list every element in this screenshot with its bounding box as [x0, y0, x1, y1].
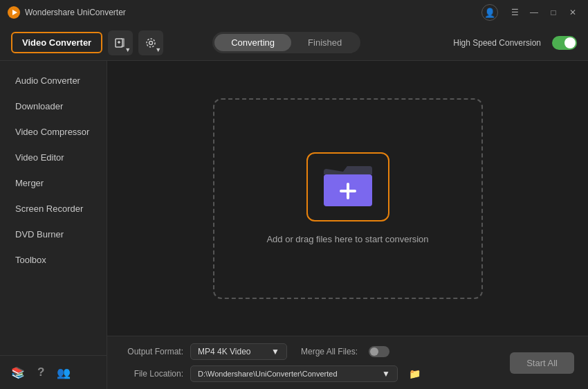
tab-group: Converting Finished [212, 32, 360, 53]
output-format-value: MP4 4K Video [198, 347, 251, 356]
sidebar-item-toolbox[interactable]: Toolbox [3, 248, 104, 272]
minimize-button[interactable]: — [526, 4, 542, 21]
help-icon[interactable]: ? [37, 365, 44, 379]
app-logo-icon [7, 6, 21, 19]
location-chevron-icon: ▼ [382, 369, 390, 379]
drop-zone[interactable]: Add or drag files here to start conversi… [213, 98, 483, 299]
library-icon[interactable]: 📚 [11, 366, 25, 379]
add-file-button[interactable]: ▼ [108, 30, 133, 55]
high-speed-toggle[interactable] [552, 36, 577, 50]
title-bar: Wondershare UniConverter 👤 ☰ — □ ✕ [0, 0, 588, 25]
sidebar-bottom: 📚 ? 👥 [0, 355, 107, 389]
sidebar-item-dvd-burner[interactable]: DVD Burner [3, 222, 104, 246]
file-location-label: File Location: [121, 369, 183, 379]
bottom-rows-left: Output Format: MP4 4K Video ▼ Merge All … [121, 343, 496, 382]
app-title: Wondershare UniConverter [25, 8, 126, 17]
add-files-folder-button[interactable] [306, 152, 389, 221]
merge-files-toggle[interactable] [369, 346, 389, 357]
file-location-value: D:\Wondershare\UniConverter\Converted [198, 370, 338, 378]
merge-files-label: Merge All Files: [301, 347, 358, 356]
settings-button[interactable]: ▼ [138, 30, 163, 55]
sidebar: Audio Converter Downloader Video Compres… [0, 61, 107, 389]
bottom-bar: Output Format: MP4 4K Video ▼ Merge All … [107, 336, 588, 389]
content-area: Add or drag files here to start conversi… [107, 61, 588, 389]
chevron-icon: ▼ [125, 46, 131, 53]
svg-point-6 [147, 39, 155, 47]
sidebar-item-merger[interactable]: Merger [3, 171, 104, 195]
video-converter-button[interactable]: Video Converter [11, 32, 102, 53]
format-chevron-icon: ▼ [271, 347, 279, 356]
svg-point-5 [149, 41, 153, 44]
high-speed-label: High Speed Conversion [453, 38, 541, 48]
drop-area[interactable]: Add or drag files here to start conversi… [107, 61, 588, 336]
sidebar-item-downloader[interactable]: Downloader [3, 94, 104, 118]
menu-button[interactable]: ☰ [506, 4, 523, 21]
file-location-select[interactable]: D:\Wondershare\UniConverter\Converted ▼ [190, 365, 398, 382]
output-format-label: Output Format: [121, 347, 183, 356]
sidebar-item-video-editor[interactable]: Video Editor [3, 145, 104, 170]
maximize-button[interactable]: □ [545, 4, 562, 21]
output-format-row: Output Format: MP4 4K Video ▼ Merge All … [121, 343, 496, 360]
output-format-select[interactable]: MP4 4K Video ▼ [190, 343, 287, 360]
file-location-row: File Location: D:\Wondershare\UniConvert… [121, 365, 496, 382]
sidebar-item-audio-converter[interactable]: Audio Converter [3, 69, 104, 93]
sidebar-item-video-compressor[interactable]: Video Compressor [3, 120, 104, 144]
account-icon[interactable]: 👥 [57, 366, 71, 379]
settings-chevron-icon: ▼ [155, 46, 161, 53]
tab-finished[interactable]: Finished [291, 34, 358, 51]
close-button[interactable]: ✕ [564, 4, 581, 21]
app-logo: Wondershare UniConverter [7, 6, 481, 19]
window-controls: 👤 ☰ — □ ✕ [481, 4, 581, 21]
drop-zone-text: Add or drag files here to start conversi… [266, 234, 428, 244]
folder-icon [317, 159, 379, 215]
tab-converting[interactable]: Converting [214, 34, 291, 51]
user-icon[interactable]: 👤 [481, 4, 498, 21]
main-area: Audio Converter Downloader Video Compres… [0, 61, 588, 389]
open-folder-icon[interactable]: 📁 [409, 368, 421, 379]
toolbar: Video Converter ▼ ▼ Converting Finished … [0, 25, 588, 61]
sidebar-item-screen-recorder[interactable]: Screen Recorder [3, 197, 104, 221]
start-all-button[interactable]: Start All [510, 352, 574, 374]
bottom-rows-wrap: Output Format: MP4 4K Video ▼ Merge All … [121, 343, 574, 382]
